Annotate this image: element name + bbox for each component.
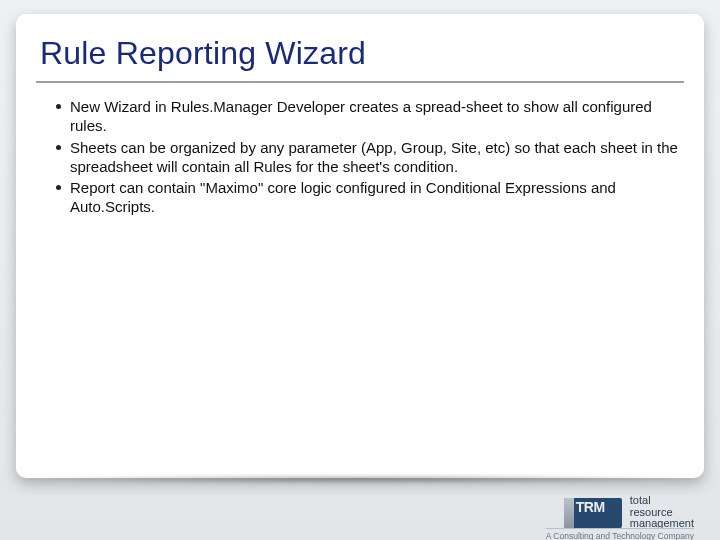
content-card: Rule Reporting Wizard New Wizard in Rule… (16, 14, 704, 478)
logo-mark-text: TRM (576, 500, 605, 514)
bullet-item: New Wizard in Rules.Manager Developer cr… (56, 97, 678, 135)
logo-wordmark: total resource management (630, 495, 694, 530)
slide-title: Rule Reporting Wizard (34, 34, 686, 81)
slide-stage: Rule Reporting Wizard New Wizard in Rule… (0, 0, 720, 540)
bullet-list: New Wizard in Rules.Manager Developer cr… (34, 97, 686, 216)
bullet-item: Sheets can be organized by any parameter… (56, 138, 678, 176)
logo-mark-icon: TRM (564, 498, 622, 528)
logo-tagline: A Consulting and Technology Company (546, 528, 694, 541)
footer: TRM total resource management A Consulti… (0, 470, 720, 540)
bullet-item: Report can contain "Maximo" core logic c… (56, 178, 678, 216)
title-divider (36, 81, 684, 83)
trm-logo: TRM total resource management (564, 495, 694, 530)
